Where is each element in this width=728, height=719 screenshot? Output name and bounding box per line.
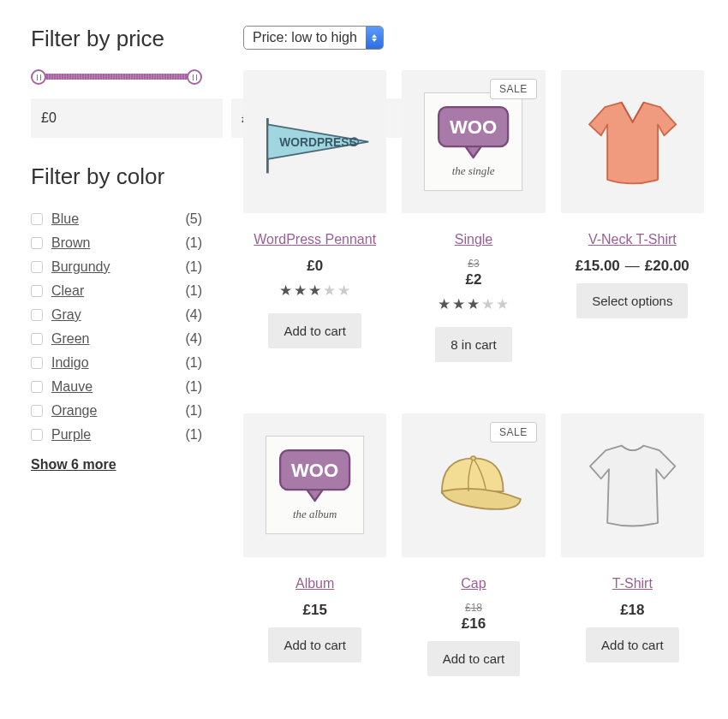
product-price: £15 [302,602,326,619]
product-action-button[interactable]: Add to cart [427,641,521,676]
product-price: £15.00—£20.00 [576,258,689,275]
color-label[interactable]: Gray [51,307,185,323]
color-label[interactable]: Indigo [51,355,185,371]
star-icon: ★ [438,297,451,312]
color-checkbox[interactable] [31,333,43,345]
color-count: (1) [185,235,202,251]
color-label[interactable]: Burgundy [51,259,185,275]
star-icon: ★ [308,283,321,298]
product-rating: ★★★★★ [279,283,350,298]
color-checkbox[interactable] [31,213,43,225]
slider-handle-min[interactable] [31,69,46,85]
color-count: (4) [185,307,202,323]
product-action-button[interactable]: Add to cart [268,627,361,663]
product-price: £3£2 [466,258,482,288]
color-filter-item: Indigo (1) [31,351,202,375]
svg-text:WOO: WOO [450,116,497,138]
color-list: Blue (5) Brown (1) Burgundy (1) Clear (1… [31,207,202,447]
select-arrows-icon [366,27,383,49]
color-checkbox[interactable] [31,429,43,441]
product-image[interactable]: SALE [402,413,545,556]
product-title[interactable]: Cap [461,576,486,591]
sort-selected: Price: low to high [244,27,366,49]
price-min-input[interactable] [31,98,223,138]
product-card: V-Neck T-Shirt £15.00—£20.00 Select opti… [561,70,704,362]
color-filter-item: Brown (1) [31,231,202,255]
color-checkbox[interactable] [31,285,43,297]
color-count: (4) [185,331,202,347]
product-action-button[interactable]: Add to cart [586,627,679,663]
color-filter-item: Green (4) [31,327,202,351]
color-label[interactable]: Blue [51,211,185,227]
color-label[interactable]: Mauve [51,379,185,395]
color-checkbox[interactable] [31,237,43,249]
star-icon: ★ [279,283,292,298]
color-label[interactable]: Brown [51,235,185,251]
sidebar: Filter by price Filter by color Blue (5)… [31,26,202,676]
star-icon: ★ [294,283,307,298]
color-label[interactable]: Green [51,331,185,347]
svg-text:the single: the single [452,165,495,177]
color-filter-item: Mauve (1) [31,375,202,399]
color-filter-item: Gray (4) [31,303,202,327]
star-icon: ★ [496,297,509,312]
star-icon: ★ [452,297,465,312]
color-count: (1) [185,355,202,371]
slider-handle-max[interactable] [187,69,202,85]
price-slider[interactable] [31,69,202,83]
product-action-button[interactable]: Select options [576,283,688,318]
product-image[interactable] [561,70,704,213]
product-grid: WORDPRESS WordPress Pennant £0 ★★★★★ Add… [243,70,704,676]
sort-select[interactable]: Price: low to high [243,26,384,50]
product-title[interactable]: Album [295,576,334,591]
color-checkbox[interactable] [31,261,43,273]
color-label[interactable]: Orange [51,403,185,419]
slider-track [38,74,195,80]
product-price: £18£16 [462,602,486,633]
product-card: SALE Cap £18£16 Add to cart [402,413,545,675]
star-icon: ★ [467,297,480,312]
product-title[interactable]: T-Shirt [612,576,653,591]
product-card: WOOthe album Album £15 Add to cart [243,413,386,675]
color-count: (5) [185,211,202,227]
color-count: (1) [185,403,202,419]
product-rating: ★★★★★ [438,297,509,312]
product-image[interactable]: WOOthe album [243,413,386,556]
color-label[interactable]: Clear [51,283,185,299]
filter-price-title: Filter by price [31,26,202,52]
star-icon: ★ [481,297,494,312]
show-more-link[interactable]: Show 6 more [31,457,116,472]
color-checkbox[interactable] [31,309,43,321]
color-filter-item: Blue (5) [31,207,202,231]
main-content: Price: low to high WORDPRESS WordPress P… [243,26,704,676]
product-card: WORDPRESS WordPress Pennant £0 ★★★★★ Add… [243,70,386,362]
product-image[interactable] [561,413,704,556]
color-count: (1) [185,283,202,299]
product-old-price: £18 [462,602,486,614]
color-checkbox[interactable] [31,357,43,369]
color-count: (1) [185,379,202,395]
color-count: (1) [185,427,202,443]
sale-badge: SALE [490,79,537,99]
filter-color-title: Filter by color [31,163,202,190]
color-label[interactable]: Purple [51,427,185,443]
product-action-button[interactable]: Add to cart [268,313,361,348]
product-title[interactable]: Single [455,232,492,247]
svg-text:the album: the album [293,509,337,521]
svg-text:WORDPRESS: WORDPRESS [279,136,356,149]
star-icon: ★ [337,283,350,298]
product-price: £18 [620,602,644,619]
product-action-button[interactable]: 8 in cart [435,327,511,362]
color-filter-item: Purple (1) [31,423,202,447]
color-filter-item: Clear (1) [31,279,202,303]
product-image[interactable]: SALE WOOthe single [402,70,545,213]
star-icon: ★ [323,283,336,298]
product-title[interactable]: WordPress Pennant [254,232,376,247]
product-image[interactable]: WORDPRESS [243,70,386,213]
color-checkbox[interactable] [31,405,43,417]
sale-badge: SALE [490,422,537,443]
color-filter-item: Orange (1) [31,399,202,423]
color-filter-item: Burgundy (1) [31,255,202,279]
color-checkbox[interactable] [31,381,43,393]
product-title[interactable]: V-Neck T-Shirt [588,232,677,247]
